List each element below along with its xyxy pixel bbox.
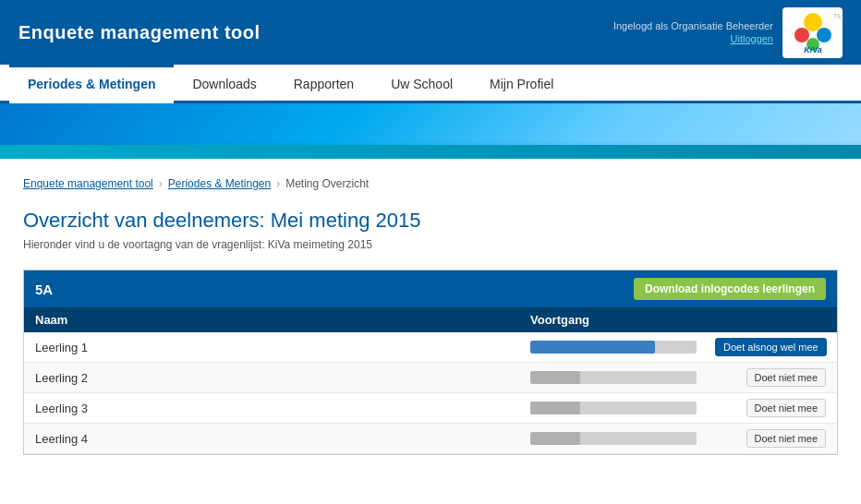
class-section: 5A Download inlogcodes leerlingen Naam V… xyxy=(23,270,838,455)
class-label: 5A xyxy=(35,282,53,297)
progress-fill xyxy=(530,432,580,445)
breadcrumb-home[interactable]: Enquete management tool xyxy=(23,177,153,190)
svg-text:KiVa: KiVa xyxy=(804,45,822,54)
action-button[interactable]: Doet niet mee xyxy=(746,399,826,417)
table-row: Leerling 3 Doet niet mee xyxy=(24,393,837,424)
progress-bar xyxy=(530,432,697,445)
logout-link[interactable]: Uitloggen xyxy=(731,33,773,44)
student-name: Leerling 4 xyxy=(35,432,530,446)
breadcrumb-current: Meting Overzicht xyxy=(285,177,369,190)
table-body: Leerling 1 Doet alsnog wel mee Leerling … xyxy=(24,332,837,454)
progress-fill xyxy=(530,402,580,414)
breadcrumb-periodes[interactable]: Periodes & Metingen xyxy=(168,177,271,190)
student-name: Leerling 1 xyxy=(35,341,530,354)
download-inlogcodes-button[interactable]: Download inlogcodes leerlingen xyxy=(634,278,826,300)
row-action: Doet niet mee xyxy=(715,399,826,417)
breadcrumb: Enquete management tool › Periodes & Met… xyxy=(23,177,838,190)
table-row: Leerling 2 Doet niet mee xyxy=(24,363,837,393)
page-subtitle: Hieronder vind u de voortagng van de vra… xyxy=(23,238,838,251)
svg-point-0 xyxy=(804,13,822,31)
breadcrumb-sep-1: › xyxy=(159,177,163,190)
table-row: Leerling 1 Doet alsnog wel mee xyxy=(24,332,837,363)
breadcrumb-sep-2: › xyxy=(276,177,280,190)
nav-item-periodes[interactable]: Periodes & Metingen xyxy=(9,65,174,103)
app-title: Enquete management tool xyxy=(18,22,261,43)
section-header: 5A Download inlogcodes leerlingen xyxy=(24,270,837,307)
logo-svg: KiVa TM xyxy=(785,9,841,55)
svg-point-1 xyxy=(794,28,809,42)
table-header: Naam Voortgang xyxy=(24,307,837,332)
student-name: Leerling 3 xyxy=(35,402,530,415)
header-right: Ingelogd als Organisatie Beheerder Uitlo… xyxy=(613,7,843,58)
progress-bar xyxy=(530,341,697,354)
action-button[interactable]: Doet alsnog wel mee xyxy=(715,338,827,356)
col-action-header xyxy=(715,313,826,327)
col-progress-header: Voortgang xyxy=(530,313,715,327)
nav-item-downloads[interactable]: Downloads xyxy=(174,65,274,101)
kiva-logo: KiVa TM xyxy=(782,7,843,58)
nav-item-rapporten[interactable]: Rapporten xyxy=(275,65,372,101)
progress-bar xyxy=(530,371,697,384)
progress-fill xyxy=(530,341,655,354)
progress-bar xyxy=(530,402,697,414)
col-name-header: Naam xyxy=(35,313,530,327)
action-button[interactable]: Doet niet mee xyxy=(746,429,826,448)
progress-fill xyxy=(530,371,580,384)
svg-point-2 xyxy=(817,28,831,42)
row-action: Doet alsnog wel mee xyxy=(715,338,826,356)
student-name: Leerling 2 xyxy=(35,371,530,385)
svg-text:TM: TM xyxy=(833,13,841,19)
row-action: Doet niet mee xyxy=(715,368,826,387)
main-content: Enquete management tool › Periodes & Met… xyxy=(0,159,861,487)
banner-wave xyxy=(0,145,861,159)
table-row: Leerling 4 Doet niet mee xyxy=(24,424,837,454)
login-text: Ingelogd als Organisatie Beheerder xyxy=(613,20,773,31)
main-nav: Periodes & Metingen Downloads Rapporten … xyxy=(0,65,861,103)
page-title: Overzicht van deelnemers: Mei meting 201… xyxy=(23,209,838,233)
nav-item-profiel[interactable]: Mijn Profiel xyxy=(471,65,572,101)
action-button[interactable]: Doet niet mee xyxy=(746,368,826,387)
row-action: Doet niet mee xyxy=(715,429,826,448)
header: Enquete management tool Ingelogd als Org… xyxy=(0,0,861,65)
nav-item-school[interactable]: Uw School xyxy=(372,65,471,101)
login-info: Ingelogd als Organisatie Beheerder Uitlo… xyxy=(613,20,773,44)
banner xyxy=(0,103,861,159)
